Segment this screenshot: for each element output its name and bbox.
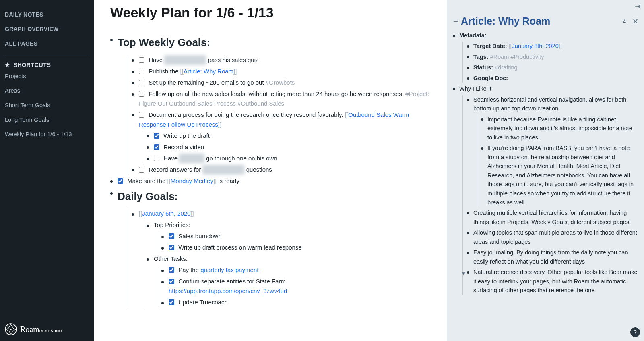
top-goals-heading: Top Weekly Goals:: [118, 34, 431, 51]
goal-item[interactable]: Follow up on all the new sales leads, wi…: [132, 89, 431, 108]
todo-checkbox[interactable]: [118, 178, 123, 184]
page-link-target-date[interactable]: January 8th, 2020: [512, 43, 559, 49]
right-sidebar: ⇥ − Article: Why Roam 4 ✕ Metadata: Targ…: [447, 0, 644, 341]
todo-checkbox[interactable]: [139, 167, 144, 173]
collapse-toggle-icon[interactable]: −: [453, 17, 458, 25]
other-tasks[interactable]: Other Tasks: Pay the quarterly tax payme…: [147, 254, 431, 307]
nav-daily-notes[interactable]: DAILY NOTES: [5, 7, 89, 22]
close-icon[interactable]: ✕: [632, 17, 638, 26]
metadata-target-date[interactable]: Target Date: [[January 8th, 2020]]: [467, 42, 638, 50]
nav-all-pages[interactable]: ALL PAGES: [5, 36, 89, 51]
goal-item[interactable]: Record answers for redacted name questio…: [132, 165, 431, 175]
reason-subitem[interactable]: Important because Evernote is like a fil…: [481, 115, 638, 142]
shortcuts-header: ★ SHORTCUTS: [5, 55, 89, 69]
metadata-heading[interactable]: Metadata: Target Date: [[January 8th, 20…: [453, 31, 638, 83]
reason-item[interactable]: Easy journaling! By doing things from th…: [467, 248, 638, 266]
brand-name: Roam: [20, 325, 39, 334]
goal-item[interactable]: Set up the remaining ~200 emails to go o…: [132, 78, 431, 87]
section-top-goals[interactable]: Top Weekly Goals: Have redacted name pas…: [110, 34, 431, 175]
goal-subitem[interactable]: Have redacted go through one on his own: [147, 154, 431, 163]
brand-sub: RESEARCH: [39, 329, 62, 333]
svg-point-1: [10, 329, 12, 330]
reference-count[interactable]: 4: [623, 18, 626, 25]
task-item[interactable]: Confirm separate entities for State Farm…: [161, 277, 431, 296]
page-link-date[interactable]: January 6th, 2020: [142, 210, 190, 217]
priority-item[interactable]: Write up draft process on warm lead resp…: [161, 243, 431, 252]
todo-checkbox[interactable]: [139, 69, 144, 74]
logo[interactable]: RoamRESEARCH: [5, 323, 62, 335]
goal-subitem[interactable]: Write up the draft: [147, 131, 431, 141]
roam-logo-icon: [5, 323, 17, 335]
todo-checkbox[interactable]: [169, 299, 174, 305]
reason-subitem[interactable]: If you're doing PARA from BASB, you can'…: [481, 143, 638, 207]
todo-checkbox[interactable]: [154, 156, 159, 161]
right-page-title[interactable]: Article: Why Roam: [461, 15, 620, 27]
todo-checkbox[interactable]: [139, 91, 144, 97]
todo-checkbox[interactable]: [139, 80, 144, 85]
reason-item[interactable]: Allowing topics that span multiple areas…: [467, 228, 638, 246]
todo-checkbox[interactable]: [139, 112, 144, 118]
todo-checkbox[interactable]: [169, 245, 174, 250]
sidebar: DAILY NOTES GRAPH OVERVIEW ALL PAGES ★ S…: [0, 0, 94, 341]
todo-checkbox[interactable]: [169, 279, 174, 284]
hashtag-growbots[interactable]: #Growbots: [266, 79, 295, 86]
page-link-article[interactable]: Article: Why Roam: [184, 68, 233, 75]
shortcuts-label: SHORTCUTS: [13, 62, 51, 68]
help-button[interactable]: ?: [630, 327, 640, 337]
page-title[interactable]: Weekly Plan for 1/6 - 1/13: [110, 5, 431, 21]
task-item[interactable]: Update Truecoach: [161, 297, 431, 307]
shortcut-areas[interactable]: Areas: [5, 83, 89, 98]
shortcut-weekly-plan[interactable]: Weekly Plan for 1/6 - 1/13: [5, 127, 89, 141]
todo-checkbox[interactable]: [169, 233, 174, 239]
goal-item[interactable]: Document a process for doing the researc…: [132, 110, 431, 163]
top-priorities[interactable]: Top Priorities: Sales burndown Write up …: [147, 220, 431, 252]
page-link-monday-medley[interactable]: Monday Medley: [171, 177, 213, 184]
daily-goals-heading: Daily Goals:: [118, 188, 431, 205]
hashtag-outbound-sales[interactable]: #Outbound Sales: [237, 100, 284, 107]
reason-item[interactable]: Seamless horizontal and vertical navigat…: [467, 95, 638, 207]
metadata-status[interactable]: Status: #drafting: [467, 63, 638, 72]
nav-graph-overview[interactable]: GRAPH OVERVIEW: [5, 22, 89, 36]
shortcut-long-term-goals[interactable]: Long Term Goals: [5, 112, 89, 127]
hashtag-status[interactable]: #drafting: [495, 64, 517, 71]
section-daily-goals[interactable]: Daily Goals: [[January 6th, 2020]] Top P…: [110, 188, 431, 308]
hashtag-tags[interactable]: #Roam #Productivity: [490, 54, 544, 60]
external-url[interactable]: https://app.frontapp.com/open/cnv_3zwv4u…: [169, 287, 287, 294]
priority-item[interactable]: Sales burndown: [161, 231, 431, 241]
caret-down-icon[interactable]: ▼: [461, 270, 466, 278]
todo-checkbox[interactable]: [139, 57, 144, 63]
reason-item[interactable]: ▼ Natural reference discovery. Other pop…: [467, 268, 638, 295]
metadata-tags[interactable]: Tags: #Roam #Productivity: [467, 52, 638, 61]
shortcut-projects[interactable]: Projects: [5, 69, 89, 83]
task-item[interactable]: Pay the quarterly tax payment: [161, 265, 431, 275]
todo-checkbox[interactable]: [169, 267, 174, 273]
todo-checkbox[interactable]: [154, 144, 159, 150]
main-content: Weekly Plan for 1/6 - 1/13 Top Weekly Go…: [94, 0, 447, 341]
daily-date[interactable]: [[January 6th, 2020]] Top Priorities: Sa…: [132, 209, 431, 307]
star-icon: ★: [5, 62, 10, 68]
reason-item[interactable]: Creating multiple vertical hierarchies f…: [467, 208, 638, 227]
metadata-google-doc[interactable]: Google Doc:: [467, 74, 638, 83]
goal-subitem[interactable]: Record a video: [147, 142, 431, 152]
collapse-sidebar-icon[interactable]: ⇥: [635, 2, 640, 10]
todo-checkbox[interactable]: [154, 133, 159, 139]
goal-item[interactable]: Publish the [[Article: Why Roam]]: [132, 67, 431, 76]
goal-ready[interactable]: Make sure the [[Monday Medley]] is ready: [110, 176, 431, 186]
goal-item[interactable]: Have redacted name pass his sales quiz: [132, 55, 431, 65]
link-tax-payment[interactable]: quarterly tax payment: [200, 266, 258, 273]
why-heading[interactable]: Why I Like It Seamless horizontal and ve…: [453, 84, 638, 295]
shortcut-short-term-goals[interactable]: Short Term Goals: [5, 98, 89, 112]
